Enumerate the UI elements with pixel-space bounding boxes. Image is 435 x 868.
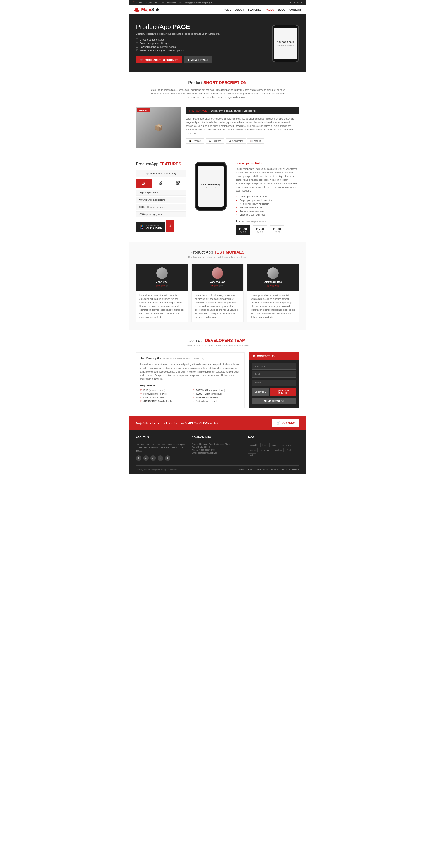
social-twitter[interactable]: t <box>165 456 170 461</box>
storage-64gb[interactable]: 64GB <box>153 179 169 188</box>
social-linkedin[interactable]: in <box>150 456 156 461</box>
footer-social: f g in ✓ t <box>136 456 187 461</box>
tag-corporate[interactable]: corporate <box>259 448 271 452</box>
tab-iphone6[interactable]: 📱 iPhone 6 <box>186 138 204 144</box>
feat-check-2: Eaque ipsa quae ab illo inventore <box>236 199 299 202</box>
dev-content: Job Description (a few words about what … <box>136 352 299 408</box>
tag-responsive[interactable]: responsive <box>280 443 294 447</box>
email-icon: ✉ contact@yourmailecompany.ltd <box>179 1 213 4</box>
view-details-button[interactable]: ℹ VIEW DETAILS <box>184 56 212 63</box>
pricing-options: € 570 16 GB € 750 64 GB € 800 128 GB <box>236 225 299 235</box>
top-bar: 📍 Working program: 09:00 AM - 10:00 PM ✉… <box>129 0 306 5</box>
nav-contact[interactable]: CONTACT <box>289 8 301 11</box>
feat-check-6: Vitae dicta sunt explicabo <box>236 214 299 216</box>
footer-nav-home[interactable]: Home <box>238 468 245 471</box>
hero-check-1: Great product features <box>136 38 220 41</box>
nav-home[interactable]: HOME <box>224 8 231 11</box>
tab-earpods[interactable]: 🎧 EarPods <box>206 138 224 144</box>
upload-resume-label[interactable]: Upload your RESUME <box>270 388 296 396</box>
contact-name-input[interactable] <box>252 363 296 370</box>
select-file-button[interactable]: Select file... <box>252 388 269 396</box>
storage-128gb[interactable]: 128GB <box>170 179 186 188</box>
bottom-banner: MajeStik is the best solution for your S… <box>129 416 306 430</box>
social-google[interactable]: g <box>143 456 149 461</box>
alexander-avatar <box>267 268 279 279</box>
short-desc-title: Product SHORT DESCRIPTION <box>136 81 299 85</box>
testimonials-section: Product/App TESTIMONIALS Read our users … <box>129 242 306 331</box>
twitter-icon[interactable]: ✓ <box>300 1 302 4</box>
req-title: Requirments <box>140 384 240 387</box>
dev-subtitle: Do you want to be a part of our team ? T… <box>136 344 299 347</box>
contact-phone-input[interactable] <box>252 379 296 386</box>
job-description: Job Description (a few words about what … <box>136 352 245 408</box>
iphone-icon: 📱 <box>189 140 192 142</box>
feat-check-4: Magni dolores eos qui <box>236 206 299 209</box>
send-message-button[interactable]: SEND MESSAGE <box>252 398 296 404</box>
footer-nav-pages[interactable]: Pages <box>271 468 278 471</box>
tag-html[interactable]: html <box>260 443 268 447</box>
alexander-name: Alexander Doe <box>251 281 296 283</box>
req-indesign: INDESIGN (mid level) <box>193 396 240 399</box>
phone-features-mockup: Your Product/App product description <box>195 162 227 211</box>
phone-screen: Your App here your app description <box>274 28 297 59</box>
price-16gb[interactable]: € 570 16 GB <box>236 225 250 235</box>
tab-connector[interactable]: 🔌 Connector <box>226 138 246 144</box>
contact-email-input[interactable] <box>252 371 296 378</box>
footer-about-title: ABOUT US <box>136 436 187 440</box>
spec-video: 1080p HD video recording <box>136 204 186 210</box>
vanessa-avatar <box>212 268 223 279</box>
footer-nav-contact[interactable]: Contact <box>289 468 299 471</box>
app-store-button[interactable]: 📱 Available on the APP STORE <box>136 222 165 232</box>
facebook-icon[interactable]: f <box>290 1 291 4</box>
footer-nav-features[interactable]: Features <box>257 468 268 471</box>
footer-nav-about[interactable]: About <box>248 468 255 471</box>
nav-blog[interactable]: BLOG <box>278 8 285 11</box>
tag-solid[interactable]: solid <box>248 453 256 458</box>
download-button[interactable]: ⬇ <box>166 220 174 232</box>
testimonial-john: John Doe ★★★★★ Lorem ipsum dolor sit ame… <box>136 264 188 322</box>
short-desc-section: Product SHORT DESCRIPTION Lorem ipsum do… <box>129 72 306 107</box>
package-section: 📦 MANUAL THE PACKAGE Discover the beauty… <box>129 107 306 155</box>
tag-fresh[interactable]: fresh <box>285 448 293 452</box>
googleplus-icon[interactable]: g+ <box>293 1 296 4</box>
logo[interactable]: MajeStik <box>134 7 160 12</box>
lorem-title: Lorem Ipsum Dolor <box>236 162 299 165</box>
company-phone: Phone: +4(074)5617-875 <box>192 449 243 451</box>
nav-about[interactable]: ABOUT <box>235 8 244 11</box>
footer-about: ABOUT US Lorem ipsum dolor sit amet, con… <box>136 436 187 461</box>
footer-nav-blog[interactable]: Blog <box>281 468 287 471</box>
features-right: Lorem Ipsum Dolor Sed ut perspiciatis un… <box>236 162 299 235</box>
phone-mockup: Your App here your app description <box>272 25 299 62</box>
company-address: Adress: Romania, Ploiesti, Cameliei Stre… <box>192 443 243 445</box>
social-facebook[interactable]: f <box>136 456 141 461</box>
storage-16gb[interactable]: 16GB <box>136 179 151 188</box>
package-content: THE PACKAGE Discover the beauty of Apple… <box>186 107 299 148</box>
vimeo-icon[interactable]: v <box>297 1 299 4</box>
purchase-button[interactable]: 🛒 PURCHASE THIS PRODUCT <box>136 56 182 63</box>
tag-majestik[interactable]: majestik <box>248 443 259 447</box>
footer-tags-title: TAGS <box>248 436 299 440</box>
package-subtitle: Discover the beauty of Apple accessories <box>211 110 257 112</box>
social-check[interactable]: ✓ <box>158 456 163 461</box>
file-upload-row: Select file... Upload your RESUME <box>252 388 296 396</box>
tag-simple[interactable]: simple <box>248 448 258 452</box>
nav-features[interactable]: FEATURES <box>248 8 261 11</box>
tab-manual[interactable]: 📖 Manual <box>247 138 264 144</box>
contact-header: ✉ Contact US <box>249 352 299 360</box>
features-title: Product/App FEATURES <box>136 162 186 166</box>
price-64gb[interactable]: € 750 64 GB <box>253 225 267 235</box>
price-128gb[interactable]: € 800 128 GB <box>270 225 284 235</box>
phone-icon: 📱 <box>139 224 144 229</box>
cart-icon-banner: 🛒 <box>277 422 280 425</box>
alexander-text: Lorem ipsum dolor sit amet, consectetur … <box>248 290 299 322</box>
main-nav: HOME ABOUT FEATURES PAGES BLOG CONTACT <box>224 8 301 11</box>
tag-modern[interactable]: modern <box>272 448 284 452</box>
footer-company-list: Adress: Romania, Ploiesti, Cameliei Stre… <box>192 443 243 454</box>
tag-clean[interactable]: clean <box>269 443 279 447</box>
footer-company-title: COMPANY INFO <box>192 436 243 440</box>
copyright: Copyright © 2015 MajeStik All rights res… <box>136 468 178 471</box>
feat-check-5: Accusantium doloremque <box>236 210 299 212</box>
testimonial-vanessa: Vanessa Doe ★★★★★ Lorem ipsum dolor sit … <box>192 264 243 322</box>
nav-pages[interactable]: PAGES <box>265 8 274 11</box>
buy-now-button[interactable]: 🛒 BUY NOW <box>272 420 299 427</box>
